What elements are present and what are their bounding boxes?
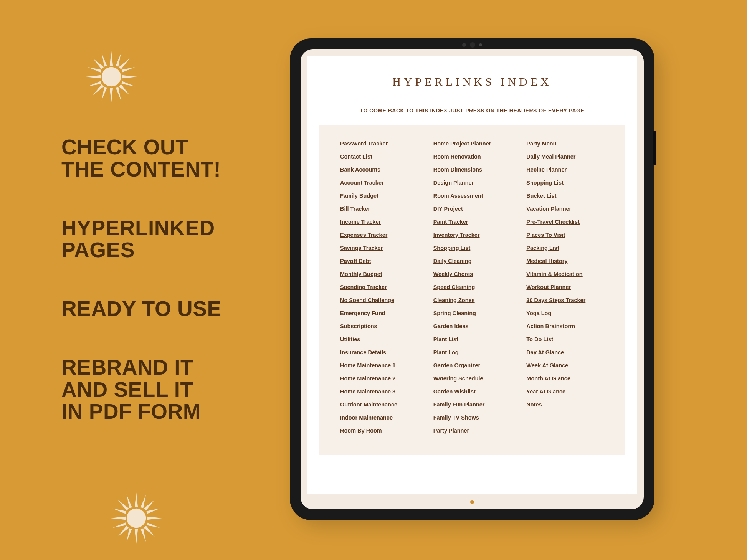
text: CHECK OUT [61,136,292,159]
index-link[interactable]: Shopping List [433,245,471,251]
sun-icon [84,50,138,104]
index-link[interactable]: Workout Planner [526,284,571,290]
svg-marker-14 [88,81,101,86]
promo-line-1: CHECK OUT THE CONTENT! [61,136,292,181]
index-link[interactable]: Spring Cleaning [433,310,476,316]
index-link[interactable]: Daily Meal Planner [526,154,575,160]
index-link[interactable]: Garden Ideas [433,323,469,329]
promo-line-4: REBRAND IT AND SELL IT IN PDF FORM [61,357,292,423]
svg-marker-24 [144,500,155,510]
index-link[interactable]: Room Dimensions [433,167,482,173]
index-link[interactable]: Cleaning Zones [433,297,475,303]
index-column-2: Home Project PlannerRoom RenovationRoom … [433,140,511,440]
index-link[interactable]: Plant Log [433,349,459,355]
index-link[interactable]: Month At Glance [526,375,570,382]
index-link[interactable]: Emergency Fund [340,310,385,316]
index-link[interactable]: Room By Room [340,428,382,434]
index-link[interactable]: Shopping List [526,180,564,186]
index-link[interactable]: Income Tracker [340,219,381,225]
svg-marker-23 [144,526,155,537]
index-link[interactable]: 30 Days Steps Tracker [526,297,585,303]
index-link[interactable]: Spending Tracker [340,284,387,290]
index-link[interactable]: Day At Glance [526,349,564,355]
index-link[interactable]: To Do List [526,336,553,342]
index-grid: Password TrackerContact ListBank Account… [319,125,625,455]
index-link[interactable]: Vitamin & Medication [526,271,582,277]
index-link[interactable]: Subscriptions [340,323,377,329]
index-link[interactable]: Home Maintenance 3 [340,388,395,395]
index-link[interactable]: Watering Schedule [433,375,483,382]
index-link[interactable]: Party Planner [433,428,469,434]
index-link[interactable]: Home Maintenance 2 [340,375,395,382]
index-link[interactable]: Family TV Shows [433,415,479,421]
index-link[interactable]: Home Project Planner [433,140,491,147]
index-link[interactable]: Contact List [340,154,372,160]
svg-marker-29 [140,529,146,542]
index-link[interactable]: DIY Project [433,206,463,212]
page-subtitle: TO COME BACK TO THIS INDEX JUST PRESS ON… [319,107,625,114]
index-link[interactable]: Indoor Maintenance [340,415,393,421]
index-link[interactable]: Outdoor Maintenance [340,401,397,408]
svg-marker-13 [88,67,101,73]
index-link[interactable]: Notes [526,401,542,408]
index-link[interactable]: Inventory Tracker [433,232,480,238]
index-link[interactable]: Medical History [526,258,567,264]
index-link[interactable]: Vacation Planner [526,206,571,212]
index-link[interactable]: Design Planner [433,180,474,186]
index-link[interactable]: No Spend Challenge [340,297,394,303]
index-link[interactable]: Paint Tracker [433,219,468,225]
svg-marker-7 [119,58,130,69]
index-link[interactable]: Savings Tracker [340,245,383,251]
svg-marker-12 [116,87,121,101]
index-link[interactable]: Utilities [340,336,360,342]
index-link[interactable]: Speed Cleaning [433,284,475,290]
tablet-frame: HYPERLINKS INDEX TO COME BACK TO THIS IN… [290,38,654,520]
text: IN PDF FORM [61,401,292,423]
index-link[interactable]: Family Budget [340,193,378,199]
index-link[interactable]: Room Assessment [433,193,483,199]
index-link[interactable]: Daily Cleaning [433,258,472,264]
index-link[interactable]: Garden Organizer [433,362,480,368]
text: PAGES [61,239,292,261]
index-link[interactable]: Pre-Travel Checklist [526,219,580,225]
svg-marker-6 [119,84,130,95]
document-page: HYPERLINKS INDEX TO COME BACK TO THIS IN… [307,56,637,494]
index-link[interactable]: Insurance Details [340,349,386,355]
index-link[interactable]: Home Maintenance 1 [340,362,395,368]
index-link[interactable]: Places To Visit [526,232,565,238]
home-indicator-icon [470,500,474,504]
index-link[interactable]: Year At Glance [526,388,565,395]
svg-marker-5 [93,58,104,69]
svg-marker-15 [122,67,135,73]
index-link[interactable]: Monthly Budget [340,271,382,277]
index-link[interactable]: Action Brainstorm [526,323,575,329]
index-link[interactable]: Recipe Planner [526,167,567,173]
svg-point-0 [102,67,121,86]
index-link[interactable]: Family Fun Planner [433,401,485,408]
svg-marker-8 [93,84,104,95]
text: THE CONTENT! [61,159,292,181]
index-link[interactable]: Payoff Debt [340,258,371,264]
svg-marker-25 [118,526,129,537]
index-link[interactable]: Expenses Tracker [340,232,387,238]
index-link[interactable]: Bill Tracker [340,206,370,212]
svg-marker-11 [102,87,107,101]
index-link[interactable]: Account Tracker [340,180,384,186]
index-link[interactable]: Room Renovation [433,154,481,160]
index-link[interactable]: Garden Wishlist [433,388,476,395]
svg-marker-16 [122,81,135,86]
svg-marker-18 [135,492,138,507]
index-link[interactable]: Plant List [433,336,458,342]
index-link[interactable]: Bucket List [526,193,556,199]
svg-marker-10 [116,53,121,66]
svg-marker-22 [118,500,129,510]
index-link[interactable]: Password Tracker [340,140,388,147]
sun-icon [109,491,163,545]
index-link[interactable]: Packing List [526,245,559,251]
tablet-screen: HYPERLINKS INDEX TO COME BACK TO THIS IN… [301,49,644,509]
index-link[interactable]: Week At Glance [526,362,568,368]
index-link[interactable]: Party Menu [526,140,556,147]
index-link[interactable]: Yoga Log [526,310,551,316]
index-link[interactable]: Bank Accounts [340,167,380,173]
index-link[interactable]: Weekly Chores [433,271,473,277]
